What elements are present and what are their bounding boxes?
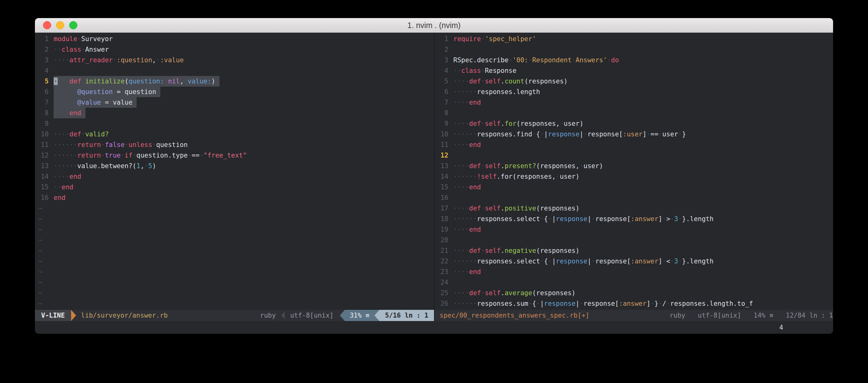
line-text: ······responses.select·{·|response|·resp…: [453, 256, 714, 267]
code-line[interactable]: 16end: [35, 193, 434, 203]
code-line[interactable]: 7······@value·=·value: [35, 97, 434, 108]
line-number: 11: [435, 139, 453, 150]
code-line[interactable]: 1module·Surveyor: [35, 34, 434, 44]
code-line[interactable]: 15····end: [435, 182, 833, 193]
line-text: ······responses.length: [453, 86, 540, 97]
code-line[interactable]: 8: [435, 108, 833, 118]
minimize-button[interactable]: [56, 21, 64, 29]
code-line[interactable]: 17····def·self.positive(responses): [435, 203, 833, 214]
code-line[interactable]: 1require·'spec_helper': [435, 34, 833, 44]
line-number: 23: [435, 267, 453, 277]
line-number: 6: [35, 86, 54, 97]
code-line[interactable]: 23····end: [435, 267, 833, 277]
window-title: 1. nvim . (nvim): [407, 21, 461, 30]
line-text: ····attr_reader·:question,·:value: [54, 55, 184, 65]
code-line[interactable]: 18······responses.select·{·|response|·re…: [435, 214, 833, 224]
code-line[interactable]: 3RSpec.describe·'00:·Respondent·Answers'…: [435, 55, 833, 65]
line-number: 10: [35, 129, 54, 139]
code-line[interactable]: 3····attr_reader·:question,·:value: [35, 55, 434, 65]
powerline-arrow-icon: [374, 310, 379, 321]
line-number: 21: [435, 245, 453, 256]
line-number: 12: [35, 150, 54, 161]
code-line[interactable]: 19····end: [435, 224, 833, 235]
code-line[interactable]: 6······responses.length: [435, 86, 833, 97]
code-area-left[interactable]: 1module·Surveyor2··class·Answer3····attr…: [35, 33, 434, 310]
line-number: 5: [35, 76, 54, 86]
line-number: 6: [435, 86, 453, 97]
line-text: ····def·self.for(responses,·user): [453, 118, 583, 129]
line-text: ····end: [54, 171, 82, 182]
code-line[interactable]: 26······responses.sum·{·|response|·respo…: [435, 298, 833, 309]
code-line[interactable]: 15··end: [35, 182, 434, 193]
close-button[interactable]: [43, 21, 51, 29]
zoom-button[interactable]: [69, 21, 77, 29]
cursor-position-left: 5/16 ln : 1: [379, 310, 434, 321]
empty-line-tilde: ~: [35, 256, 434, 267]
encoding-right: utf-8[unix]: [698, 310, 741, 321]
line-number: 16: [35, 193, 54, 203]
code-line[interactable]: 9····def·self.for(responses,·user): [435, 118, 833, 129]
code-line[interactable]: 22······responses.select·{·|response|·re…: [435, 256, 833, 267]
code-area-right[interactable]: 1require·'spec_helper'23RSpec.describe·'…: [435, 33, 833, 310]
line-number: 1: [435, 34, 453, 44]
code-line[interactable]: 13····def·self.present?(responses,·user): [435, 161, 833, 171]
code-line[interactable]: 5····def·initialize(question:·nil,·value…: [35, 76, 434, 86]
line-number: 16: [435, 193, 453, 203]
code-line[interactable]: 24: [435, 277, 833, 288]
code-line[interactable]: 25····def·self.average(responses): [435, 288, 833, 298]
command-line[interactable]: 4: [35, 321, 833, 334]
code-line[interactable]: 2··class·Answer: [35, 44, 434, 55]
code-line[interactable]: 14······!self.for(responses,·user): [435, 171, 833, 182]
line-number: 9: [35, 118, 54, 129]
code-line[interactable]: 8····end: [35, 108, 434, 118]
line-number: 4: [435, 65, 453, 76]
line-text: ······@value·=·value: [54, 97, 136, 108]
line-number: 15: [435, 182, 453, 193]
line-text: ····end: [54, 108, 86, 118]
code-line[interactable]: 20: [435, 235, 833, 245]
empty-line-tilde: ~: [35, 235, 434, 245]
code-line[interactable]: 4: [35, 65, 434, 76]
code-line[interactable]: 5····def·self.count(responses): [435, 76, 833, 86]
code-line[interactable]: 12: [435, 150, 833, 161]
line-number: 14: [35, 171, 54, 182]
scroll-percent-right: 14% ≡: [753, 310, 773, 321]
empty-line-tilde: ~: [35, 277, 434, 288]
line-text: ··end: [54, 182, 73, 193]
code-line[interactable]: 2: [435, 44, 833, 55]
line-number: 3: [35, 55, 54, 65]
window-titlebar[interactable]: 1. nvim . (nvim): [35, 18, 833, 33]
line-text: ······value.between?(1,·5): [54, 161, 156, 171]
code-line[interactable]: 10····def·valid?: [35, 129, 434, 139]
line-number: 25: [435, 288, 453, 298]
statusline-left: V-LINE lib/surveyor/answer.rb ruby utf-8…: [35, 310, 434, 321]
code-line[interactable]: 21····def·self.negative(responses): [435, 245, 833, 256]
line-number: 18: [435, 214, 453, 224]
line-number: 11: [35, 139, 54, 150]
empty-line-tilde: ~: [35, 203, 434, 214]
code-line[interactable]: 11······return·false·unless·question: [35, 139, 434, 150]
code-line[interactable]: 6······@question·=·question: [35, 86, 434, 97]
filename-left: lib/surveyor/answer.rb: [76, 310, 168, 321]
code-line[interactable]: 13······value.between?(1,·5): [35, 161, 434, 171]
line-text: end: [54, 193, 65, 203]
code-line[interactable]: 7····end: [435, 97, 833, 108]
line-number: 2: [35, 44, 54, 55]
line-text: ······@question·=·question: [54, 86, 160, 97]
line-text: ····def·self.count(responses): [453, 76, 568, 86]
code-line[interactable]: 4··class·Response: [435, 65, 833, 76]
code-line[interactable]: 10······responses.find·{·|response|·resp…: [435, 129, 833, 139]
editor-splits: 1module·Surveyor2··class·Answer3····attr…: [35, 33, 833, 321]
pane-right: 1require·'spec_helper'23RSpec.describe·'…: [434, 33, 833, 321]
empty-line-tilde: ~: [35, 267, 434, 277]
code-line[interactable]: 9: [35, 118, 434, 129]
scroll-percent-left: 31% ≡: [345, 310, 374, 321]
code-line[interactable]: 12······return·true·if·question.type·==·…: [35, 150, 434, 161]
line-text: ······responses.select·{·|response|·resp…: [453, 214, 714, 224]
code-line[interactable]: 14····end: [35, 171, 434, 182]
code-line[interactable]: 11····end: [435, 139, 833, 150]
line-text: ······responses.find·{·|response|·respon…: [453, 129, 686, 139]
line-number: 10: [435, 129, 453, 139]
line-number: 24: [435, 277, 453, 288]
code-line[interactable]: 16: [435, 193, 833, 203]
